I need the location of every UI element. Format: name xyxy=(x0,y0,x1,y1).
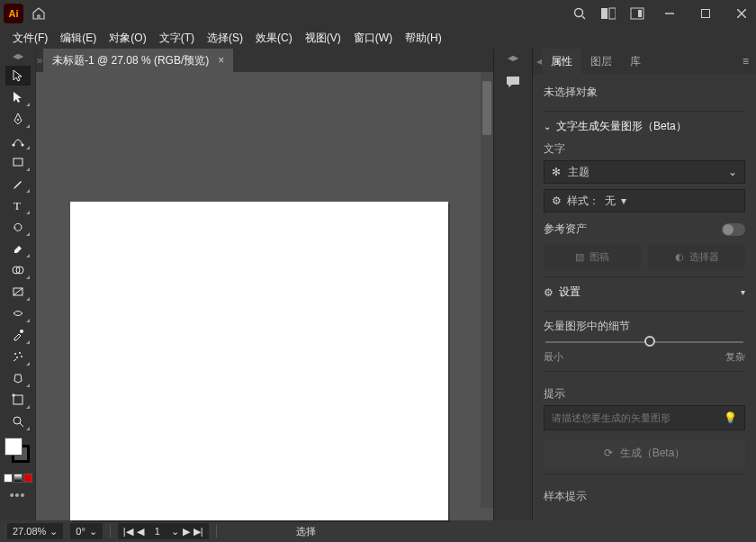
home-icon[interactable] xyxy=(31,5,47,22)
sample-prompt-label: 样本提示 xyxy=(544,489,745,504)
panel-tabs: ◀◀ 属性 图层 库 ≡ xyxy=(533,49,756,74)
vertical-scrollbar[interactable] xyxy=(481,72,493,508)
panel-menu-icon[interactable]: ≡ xyxy=(735,55,756,68)
tool-eyedropper[interactable] xyxy=(5,325,31,345)
svg-line-28 xyxy=(20,423,23,427)
tool-shape-builder[interactable] xyxy=(5,260,31,280)
lightbulb-icon[interactable]: 💡 xyxy=(724,411,737,424)
menu-select[interactable]: 选择(S) xyxy=(202,29,248,48)
close-button[interactable] xyxy=(731,3,752,24)
tool-paintbrush[interactable] xyxy=(5,174,31,194)
artboard-nav[interactable]: |◀ ◀ 1 ⌄ ▶ ▶| xyxy=(118,523,209,539)
tool-eraser[interactable] xyxy=(5,239,31,258)
tool-selection[interactable] xyxy=(5,66,31,86)
menu-edit[interactable]: 编辑(E) xyxy=(55,29,102,48)
tool-artboard[interactable] xyxy=(5,390,31,410)
tab-layers[interactable]: 图层 xyxy=(581,49,621,74)
fill-swatch[interactable] xyxy=(4,438,22,456)
tool-type[interactable]: T xyxy=(5,195,31,215)
tab-libraries[interactable]: 库 xyxy=(621,49,650,74)
menu-view[interactable]: 视图(V) xyxy=(300,29,346,48)
prompt-field[interactable]: 💡 xyxy=(544,405,745,430)
artboard[interactable] xyxy=(70,202,448,520)
reference-image-button[interactable]: ▧ 图稿 xyxy=(544,244,641,269)
tool-pen[interactable] xyxy=(5,109,31,129)
close-tab-icon[interactable]: × xyxy=(218,54,224,67)
style-label: 样式： xyxy=(567,194,599,209)
canvas[interactable] xyxy=(36,72,493,520)
collapsed-panels: ◀▶ xyxy=(493,49,533,520)
tool-zoom[interactable] xyxy=(5,411,31,431)
tool-curvature[interactable] xyxy=(5,131,31,150)
arrange-icon[interactable] xyxy=(601,7,616,20)
menu-effect[interactable]: 效果(C) xyxy=(250,29,298,48)
menu-window[interactable]: 窗口(W) xyxy=(348,29,398,48)
svg-point-0 xyxy=(575,9,583,17)
menu-file[interactable]: 文件(F) xyxy=(7,29,53,48)
svg-point-12 xyxy=(21,144,23,147)
svg-rect-3 xyxy=(609,8,616,19)
tool-rectangle[interactable] xyxy=(5,152,31,172)
fill-stroke-swatch[interactable] xyxy=(4,438,32,465)
generate-button[interactable]: ⟳ 生成（Beta） xyxy=(544,439,745,466)
menu-type[interactable]: 文字(T) xyxy=(154,29,200,48)
style-row[interactable]: ⚙ 样式： 无 ▾ xyxy=(544,189,745,212)
document-tab[interactable]: 未标题-1 @ 27.08 % (RGB/预览) × xyxy=(43,49,233,72)
svg-text:T: T xyxy=(14,199,21,212)
statusbar: 27.08%⌄ 0°⌄ |◀ ◀ 1 ⌄ ▶ ▶| 选择 xyxy=(0,520,756,542)
subject-dropdown[interactable]: ✻ 主题 ⌄ xyxy=(544,160,745,184)
svg-point-19 xyxy=(20,330,23,333)
reference-toggle[interactable] xyxy=(722,223,745,236)
gear-icon: ⚙ xyxy=(552,194,562,207)
section-title: 文字生成矢量图形（Beta） xyxy=(556,119,687,134)
first-icon[interactable]: |◀ xyxy=(123,526,133,537)
svg-point-11 xyxy=(12,144,14,147)
tab-properties[interactable]: 属性 xyxy=(542,49,581,74)
properties-panel: ◀◀ 属性 图层 库 ≡ 未选择对象 ⌄ 文字生成矢量图形（Beta） 文字 ✻… xyxy=(533,49,756,520)
svg-rect-2 xyxy=(601,8,608,19)
rotate-view[interactable]: 0°⌄ xyxy=(70,523,103,539)
last-icon[interactable]: ▶| xyxy=(194,526,203,537)
tool-live-paint[interactable] xyxy=(5,368,31,388)
picker-icon: ◐ xyxy=(675,251,684,263)
section-settings[interactable]: ⚙ 设置 ▾ xyxy=(544,285,745,300)
slider-min-label: 最小 xyxy=(544,350,563,364)
menu-help[interactable]: 帮助(H) xyxy=(400,29,447,48)
settings-title: 设置 xyxy=(559,285,580,300)
chevron-down-icon: ⌄ xyxy=(728,166,737,178)
comments-icon[interactable] xyxy=(500,69,526,95)
next-icon[interactable]: ▶ xyxy=(183,526,190,537)
svg-line-1 xyxy=(582,16,585,19)
current-tool-label: 选择 xyxy=(296,525,316,538)
tools-expand[interactable]: ◀▶ xyxy=(0,52,35,61)
minimize-button[interactable] xyxy=(659,3,680,24)
mid-expand[interactable]: ◀▶ xyxy=(508,54,518,62)
svg-point-22 xyxy=(16,357,18,358)
tool-gradient[interactable] xyxy=(5,282,31,302)
color-mode-icons[interactable] xyxy=(4,474,32,483)
slider-thumb[interactable] xyxy=(644,336,655,347)
tools-more[interactable]: ••• xyxy=(10,488,26,502)
menu-object[interactable]: 对象(O) xyxy=(104,29,151,48)
tool-symbol-sprayer[interactable] xyxy=(5,347,31,366)
zoom-level[interactable]: 27.08%⌄ xyxy=(7,523,63,539)
prompt-input[interactable] xyxy=(552,412,718,423)
tool-rotate[interactable] xyxy=(5,217,31,237)
document-area: » 未标题-1 @ 27.08 % (RGB/预览) × xyxy=(36,49,493,520)
reference-picker-button[interactable]: ◐ 选择器 xyxy=(648,244,745,269)
style-value: 无 xyxy=(605,194,616,209)
document-tabs: » 未标题-1 @ 27.08 % (RGB/预览) × xyxy=(36,49,493,72)
tabbar-expand[interactable]: » xyxy=(36,49,43,72)
subject-value: 主题 xyxy=(568,165,590,180)
tool-direct-selection[interactable] xyxy=(5,87,31,107)
maximize-button[interactable] xyxy=(695,3,716,24)
detail-slider[interactable] xyxy=(545,341,743,343)
tool-width[interactable] xyxy=(5,303,31,323)
section-text-to-vector[interactable]: ⌄ 文字生成矢量图形（Beta） xyxy=(544,119,745,134)
slider-max-label: 复杂 xyxy=(725,350,745,364)
workspace-icon[interactable] xyxy=(630,7,644,20)
svg-point-10 xyxy=(17,119,19,121)
search-icon[interactable] xyxy=(572,6,587,21)
prev-icon[interactable]: ◀ xyxy=(137,526,144,537)
svg-point-20 xyxy=(14,353,16,355)
